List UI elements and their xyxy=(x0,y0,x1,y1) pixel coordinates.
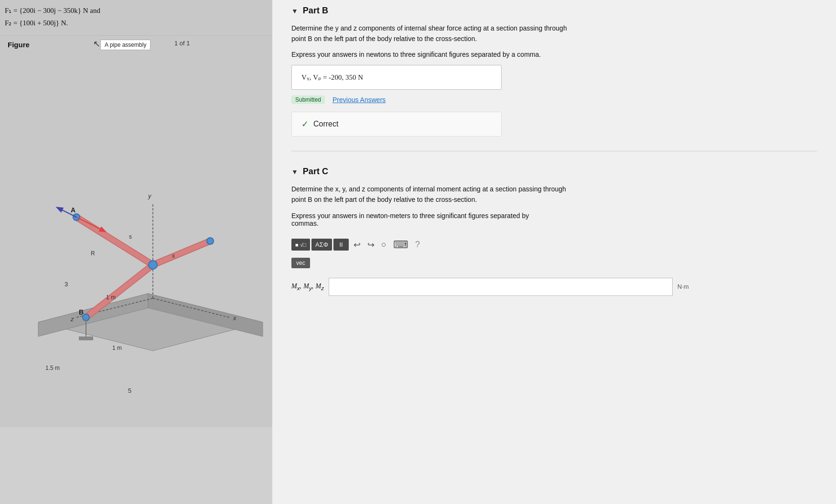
svg-text:B: B xyxy=(79,308,84,316)
svg-text:1 m: 1 m xyxy=(112,345,122,351)
svg-point-21 xyxy=(207,238,214,244)
svg-text:3: 3 xyxy=(64,281,68,288)
svg-text:R: R xyxy=(91,250,95,257)
math-toolbar: ■ √□ AΣΦ II ↩ ↪ ○ ⌨ ? xyxy=(291,237,817,253)
help-icon: ? xyxy=(415,240,420,250)
figure-area: Figure ↖ A pipe assembly 1 of 1 x y xyxy=(0,36,272,427)
svg-text:s: s xyxy=(129,233,132,240)
keyboard-button[interactable]: ⌨ xyxy=(391,237,410,253)
redo-button[interactable]: ↪ xyxy=(365,238,376,252)
force-1-text: F₁ = {200i − 300j − 350k} N and xyxy=(5,5,265,16)
right-panel: ▼ Part B Determine the y and z component… xyxy=(272,0,836,504)
force-2-text: F₂ = {100i + 500j} N. xyxy=(5,17,265,29)
svg-rect-0 xyxy=(0,84,272,408)
section-divider xyxy=(291,151,817,151)
svg-rect-26 xyxy=(79,336,93,340)
part-c-express: Express your answers in newton-meters to… xyxy=(291,212,817,227)
moment-answer-input[interactable] xyxy=(329,278,673,296)
vec-row: vec xyxy=(291,258,817,273)
figure-tooltip: A pipe assembly xyxy=(100,40,150,50)
svg-point-16 xyxy=(149,261,157,269)
svg-text:x: x xyxy=(172,252,175,259)
part-b-express: Express your answers in newtons to three… xyxy=(291,51,817,58)
previous-answers-row: Submitted Previous Answers xyxy=(291,95,817,104)
undo-button[interactable]: ↩ xyxy=(352,238,363,252)
part-b-answer-box: Vᵧ, Vᵨ = -200, 350 N xyxy=(291,65,502,90)
toolbar-left-group: ■ √□ AΣΦ II xyxy=(291,239,349,251)
svg-text:1.5 m: 1.5 m xyxy=(45,365,60,371)
reset-button[interactable]: ○ xyxy=(379,238,388,252)
part-b-collapse-arrow[interactable]: ▼ xyxy=(291,7,298,15)
correct-checkmark-icon: ✓ xyxy=(301,119,309,129)
part-c-title: Part C xyxy=(303,167,328,177)
svg-text:A: A xyxy=(71,206,75,214)
figure-label: Figure xyxy=(8,41,30,49)
part-b-description: Determine the y and z components of inte… xyxy=(291,23,817,44)
sigma-button[interactable]: AΣΦ xyxy=(311,239,332,251)
part-c-header: ▼ Part C xyxy=(291,161,817,184)
vec-button[interactable]: vec xyxy=(291,258,310,268)
svg-text:z: z xyxy=(70,315,74,323)
left-panel: F₁ = {200i − 300j − 350k} N and F₂ = {10… xyxy=(0,0,272,504)
of-label: 1 of 1 xyxy=(174,40,190,47)
sqrt-button[interactable]: ■ √□ xyxy=(291,239,310,251)
part-c-section: ▼ Part C Determine the x, y, and z compo… xyxy=(291,161,817,295)
part-b-answer-value: Vᵧ, Vᵨ = -200, 350 N xyxy=(301,74,363,81)
part-b-section: ▼ Part B Determine the y and z component… xyxy=(291,0,817,136)
svg-text:5: 5 xyxy=(128,387,131,394)
part-b-title: Part B xyxy=(303,6,328,16)
part-b-header: ▼ Part B xyxy=(291,0,817,23)
correct-box: ✓ Correct xyxy=(291,112,502,136)
nm-unit-label: N·m xyxy=(677,283,689,290)
moment-label: Mx, My, Mz xyxy=(291,282,324,291)
answer-input-row: Mx, My, Mz N·m xyxy=(291,278,817,296)
sqrt-label: √□ xyxy=(300,242,306,248)
pipe-button[interactable]: II xyxy=(333,239,349,251)
correct-label: Correct xyxy=(313,120,338,128)
cursor-icon: ↖ xyxy=(93,39,100,49)
pipe-figure: x y z A xyxy=(0,84,272,408)
svg-text:1 m: 1 m xyxy=(106,294,116,301)
forces-text-block: F₁ = {200i − 300j − 350k} N and F₂ = {10… xyxy=(0,0,272,36)
sqrt-icon: ■ xyxy=(295,242,299,248)
previous-answers-link[interactable]: Previous Answers xyxy=(332,96,386,104)
part-c-description: Determine the x, y, and z components of … xyxy=(291,184,817,205)
part-c-collapse-arrow[interactable]: ▼ xyxy=(291,168,298,176)
svg-text:x: x xyxy=(233,315,236,322)
submitted-badge: Submitted xyxy=(291,95,325,104)
